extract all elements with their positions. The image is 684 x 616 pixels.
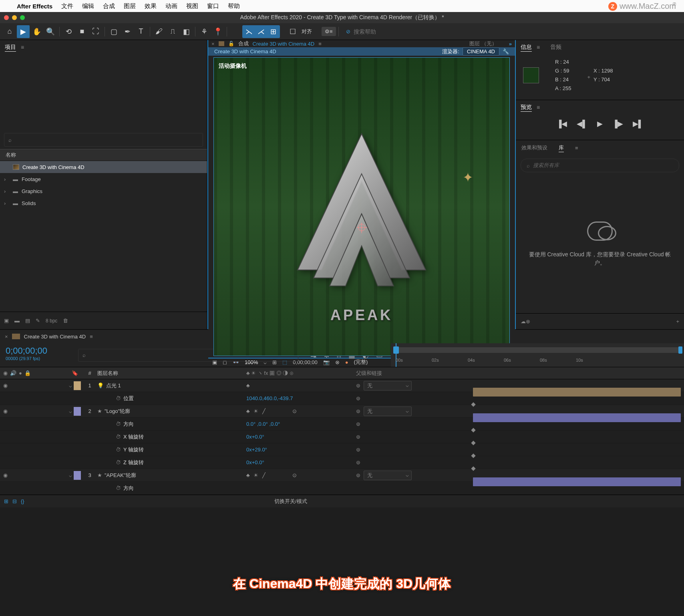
menu-edit[interactable]: 编辑 [82, 2, 94, 10]
stopwatch-icon[interactable]: ⏱ [116, 447, 121, 453]
info-tab[interactable]: 信息 [521, 44, 532, 51]
flowchart-icon[interactable]: ⎚ [673, 1, 676, 7]
type-tool[interactable]: T [135, 25, 147, 38]
settings-icon[interactable]: ✎ [36, 318, 40, 324]
sync-icon[interactable]: ☁⊗ [521, 318, 530, 324]
layer-bar[interactable] [473, 413, 681, 422]
rectangle-tool[interactable]: ▢ [107, 25, 120, 38]
layer-row[interactable]: ◉ ⌵ 1 💡点光 1 ♣ ⊚无 [0, 379, 684, 392]
eye-icon[interactable]: ◉ [3, 370, 8, 376]
layer-name-column[interactable]: 图层名称 [96, 370, 244, 377]
property-row[interactable]: ⏱Y 轴旋转 0x+29.0° ⊚ [0, 443, 684, 456]
panel-menu-icon[interactable]: ≡ [537, 44, 540, 50]
last-frame-button[interactable]: ▶▌ [633, 119, 644, 128]
timeline-ruler[interactable]: 00s 02s 04s 06s 08s 10s [391, 343, 684, 367]
toggle-modes-icon[interactable]: ⊟ [12, 498, 17, 504]
project-search[interactable]: ⌕ [4, 133, 203, 147]
composition-viewport[interactable]: 活动摄像机 ✦ APEAK [213, 57, 510, 356]
menu-help[interactable]: 帮助 [228, 2, 240, 10]
parent-dropdown[interactable]: 无 [364, 381, 412, 391]
label-icon[interactable]: 🔖 [72, 370, 78, 376]
pickwhip-icon[interactable]: ⊚ [356, 434, 360, 440]
interpret-footage-icon[interactable]: ▣ [4, 318, 9, 324]
trash-icon[interactable]: 🗑 [63, 318, 68, 324]
panel-menu-icon[interactable]: ≡ [318, 41, 322, 47]
property-row[interactable]: ⏱X 轴旋转 0x+0.0° ⊚ [0, 431, 684, 443]
renderer-value[interactable]: CINEMA 4D [463, 47, 499, 56]
pickwhip-icon[interactable]: ⊚ [356, 408, 360, 414]
property-value[interactable]: 0x+0.0° [246, 434, 264, 440]
pan-behind-tool[interactable]: ⛶ [89, 25, 102, 38]
toggle-switches-icon[interactable]: ⊞ [4, 498, 8, 504]
preview-tab[interactable]: 预览 [521, 104, 532, 111]
project-item-folder[interactable]: ›▬ Footage [0, 173, 207, 185]
renderer-settings-icon[interactable]: 🔧 [503, 48, 509, 54]
toggle-panes-icon[interactable]: {} [21, 498, 24, 504]
orbit-tool[interactable]: ⟲ [62, 25, 75, 38]
renderer-comp-name[interactable]: Create 3D with Cinema 4D [214, 48, 276, 54]
next-frame-button[interactable]: ▐▶ [612, 119, 623, 128]
effects-presets-tab[interactable]: 效果和预设 [521, 144, 547, 151]
solo-icon[interactable]: ● [19, 370, 22, 376]
stopwatch-icon[interactable]: ⏱ [116, 434, 121, 440]
lock-icon[interactable]: 🔓 [228, 41, 234, 46]
pickwhip-icon[interactable]: ⊚ [356, 421, 360, 427]
hand-tool[interactable]: ✋ [30, 25, 43, 38]
pickwhip-icon[interactable]: ⊚ [356, 382, 360, 389]
close-tab-button[interactable]: × [211, 41, 215, 47]
menu-window[interactable]: 窗口 [207, 2, 219, 10]
project-item-comp[interactable]: Create 3D with Cinema 4D [0, 161, 207, 173]
visibility-toggle[interactable]: ◉ [3, 408, 8, 414]
menu-animation[interactable]: 动画 [165, 2, 177, 10]
audio-tab[interactable]: 音频 [550, 44, 561, 51]
comp-tab-name[interactable]: Create 3D with Cinema 4D [253, 41, 315, 47]
visibility-toggle[interactable]: ◉ [3, 472, 8, 478]
bpc-button[interactable]: 8 bpc [46, 318, 57, 324]
snap-checkbox[interactable]: ☐ [286, 25, 299, 38]
property-value[interactable]: 0x+29.0° [246, 447, 267, 453]
panel-menu-icon[interactable]: ≡ [90, 334, 93, 340]
parent-dropdown[interactable]: 无 [364, 471, 412, 480]
project-column-header[interactable]: 名称 ⎚ [0, 149, 207, 161]
playhead[interactable] [396, 343, 396, 367]
number-column[interactable]: # [84, 370, 96, 376]
layer-color-tan[interactable] [74, 381, 81, 390]
property-value[interactable]: 0x+0.0° [246, 459, 264, 465]
camera-tool[interactable]: ■ [76, 25, 89, 38]
parent-column[interactable]: 父级和链接 [356, 370, 468, 377]
menu-effect[interactable]: 效果 [145, 2, 157, 10]
menu-view[interactable]: 视图 [186, 2, 198, 10]
zoom-tool[interactable]: 🔍 [44, 25, 57, 38]
panel-menu-icon[interactable]: ≡ [537, 104, 540, 111]
property-value[interactable]: 1040.0,460.0,-439.7 [246, 395, 293, 401]
lock-icon[interactable]: 🔒 [24, 370, 31, 376]
close-tab-button[interactable]: × [5, 334, 8, 340]
menu-layer[interactable]: 图层 [124, 2, 136, 10]
current-time[interactable]: 0;00;00;00 [6, 346, 68, 356]
panel-menu-icon[interactable]: ≡ [575, 145, 578, 151]
first-frame-button[interactable]: ▐◀ [556, 119, 567, 128]
roto-brush-tool[interactable]: ⚘ [198, 25, 211, 38]
selection-tool[interactable]: ▶ [17, 25, 30, 38]
stopwatch-icon[interactable]: ⏱ [116, 459, 121, 465]
view-axis-tool[interactable]: ⊞ [267, 26, 279, 37]
tool-settings-button[interactable]: ⚙≡ [322, 27, 336, 36]
help-search-input[interactable] [354, 28, 402, 35]
toggle-switches-modes[interactable]: 切换开关/模式 [274, 498, 307, 505]
menu-file[interactable]: 文件 [61, 2, 73, 10]
layer-row[interactable]: ◉ ⌵ 2 ★"Logo"轮廓 ♣ ☀ ╱ ⊙ ⊚无 [0, 405, 684, 418]
world-axis-tool[interactable]: ⋌ [255, 26, 267, 37]
stopwatch-icon[interactable]: ⏱ [116, 421, 121, 427]
stopwatch-icon[interactable]: ⏱ [116, 395, 121, 401]
project-tab[interactable]: 项目 [5, 44, 16, 51]
minimize-window-button[interactable] [12, 15, 17, 20]
pickwhip-icon[interactable]: ⊚ [356, 395, 360, 401]
pen-tool[interactable]: ✒ [121, 25, 134, 38]
play-button[interactable]: ▶ [597, 119, 603, 128]
local-axis-tool[interactable]: ⋋ [243, 26, 255, 37]
project-item-folder[interactable]: ›▬ Graphics [0, 185, 207, 197]
audio-icon[interactable]: 🔊 [10, 370, 16, 376]
layer-color-purple[interactable] [74, 471, 81, 480]
pickwhip-icon[interactable]: ⊚ [356, 472, 360, 478]
menu-composition[interactable]: 合成 [103, 2, 115, 10]
